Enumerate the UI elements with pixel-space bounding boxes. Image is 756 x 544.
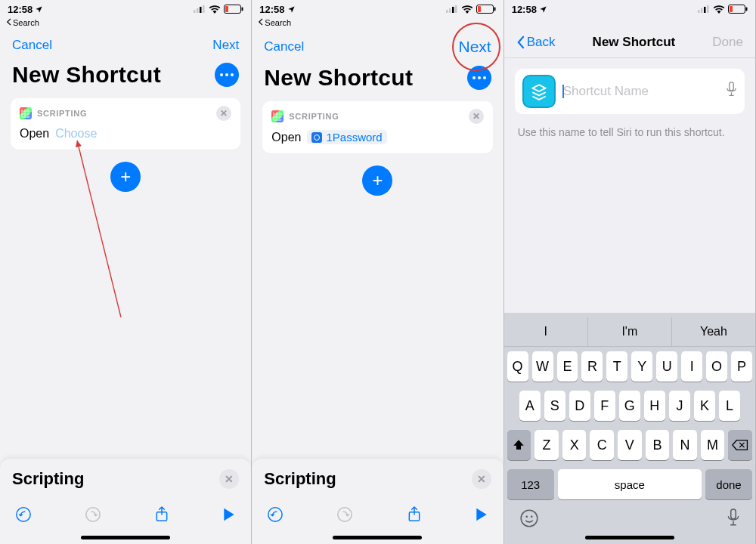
next-button[interactable]: Next bbox=[212, 38, 239, 53]
key-h[interactable]: H bbox=[644, 391, 665, 421]
status-bar: 12:58 bbox=[252, 0, 503, 18]
key-u[interactable]: U bbox=[656, 351, 677, 382]
key-n[interactable]: N bbox=[673, 430, 697, 460]
key-a[interactable]: A bbox=[519, 391, 541, 421]
key-row-4: 123 space done bbox=[504, 465, 755, 504]
key-k[interactable]: K bbox=[694, 391, 715, 421]
key-row-2: A S D F G H J K L bbox=[504, 386, 755, 425]
svg-rect-26 bbox=[730, 6, 733, 12]
svg-rect-17 bbox=[494, 8, 495, 11]
key-j[interactable]: J bbox=[669, 391, 690, 421]
svg-rect-11 bbox=[446, 10, 448, 13]
space-key[interactable]: space bbox=[558, 469, 702, 499]
location-icon bbox=[287, 5, 296, 14]
redo-button bbox=[336, 506, 353, 526]
home-indicator[interactable] bbox=[333, 536, 422, 539]
add-action-button[interactable]: + bbox=[362, 165, 392, 196]
status-time: 12:58 bbox=[259, 4, 284, 15]
suggestion-3[interactable]: Yeah bbox=[672, 317, 755, 346]
scripting-icon bbox=[271, 110, 284, 122]
chosen-app-token[interactable]: 1Password bbox=[307, 130, 386, 144]
shortcut-icon[interactable] bbox=[522, 75, 556, 108]
more-button[interactable] bbox=[467, 66, 491, 90]
home-indicator[interactable] bbox=[585, 536, 674, 539]
key-e[interactable]: E bbox=[557, 351, 578, 382]
location-icon bbox=[35, 5, 43, 14]
key-g[interactable]: G bbox=[619, 391, 640, 421]
panel-close-button[interactable]: ✕ bbox=[472, 469, 491, 489]
key-y[interactable]: Y bbox=[631, 351, 652, 382]
key-v[interactable]: V bbox=[618, 430, 642, 460]
key-f[interactable]: F bbox=[594, 391, 615, 421]
back-to-search[interactable]: Search bbox=[252, 18, 503, 30]
cell-signal-icon bbox=[446, 5, 458, 13]
undo-button[interactable] bbox=[267, 506, 284, 526]
cell-signal-icon bbox=[698, 5, 710, 13]
key-o[interactable]: O bbox=[706, 351, 727, 382]
action-open-label: Open bbox=[20, 127, 49, 141]
share-button[interactable] bbox=[154, 505, 169, 527]
run-button[interactable] bbox=[475, 507, 488, 525]
cancel-button[interactable]: Cancel bbox=[264, 39, 304, 54]
suggestion-1[interactable]: I bbox=[504, 317, 588, 346]
svg-rect-0 bbox=[194, 10, 196, 13]
svg-point-31 bbox=[531, 516, 533, 518]
key-p[interactable]: P bbox=[731, 351, 752, 382]
key-r[interactable]: R bbox=[581, 351, 603, 382]
numbers-key[interactable]: 123 bbox=[507, 469, 554, 499]
remove-action-button[interactable]: ✕ bbox=[216, 106, 231, 121]
back-button[interactable]: Back bbox=[516, 35, 556, 50]
key-l[interactable]: L bbox=[719, 391, 740, 421]
choose-app-button[interactable]: Choose bbox=[55, 127, 97, 141]
key-d[interactable]: D bbox=[569, 391, 590, 421]
remove-action-button[interactable]: ✕ bbox=[469, 109, 484, 124]
key-q[interactable]: Q bbox=[507, 351, 528, 382]
undo-button[interactable] bbox=[15, 506, 32, 526]
screen-2: 12:58 Search Cancel Next New Shortcut SC… bbox=[252, 0, 503, 544]
key-c[interactable]: C bbox=[590, 430, 614, 460]
key-w[interactable]: W bbox=[532, 351, 553, 382]
back-to-search[interactable]: Search bbox=[0, 18, 251, 30]
page-title: New Shortcut bbox=[12, 62, 161, 88]
home-indicator[interactable] bbox=[81, 536, 170, 539]
dictation-button[interactable] bbox=[726, 82, 737, 101]
action-category: SCRIPTING bbox=[37, 109, 87, 118]
key-x[interactable]: X bbox=[562, 430, 587, 460]
share-button[interactable] bbox=[407, 505, 422, 527]
wifi-icon bbox=[713, 5, 725, 14]
suggestion-2[interactable]: I'm bbox=[588, 317, 672, 346]
panel-close-button[interactable]: ✕ bbox=[219, 469, 239, 489]
actions-panel[interactable]: Scripting ✕ bbox=[0, 458, 251, 544]
key-s[interactable]: S bbox=[544, 391, 565, 421]
svg-point-18 bbox=[268, 508, 282, 521]
key-t[interactable]: T bbox=[606, 351, 627, 382]
key-b[interactable]: B bbox=[646, 430, 670, 460]
run-button[interactable] bbox=[222, 507, 236, 525]
app-name: 1Password bbox=[326, 131, 382, 144]
next-button[interactable]: Next bbox=[458, 38, 491, 56]
svg-point-29 bbox=[521, 510, 538, 527]
status-bar: 12:58 bbox=[504, 0, 755, 18]
location-icon bbox=[539, 5, 547, 14]
name-field[interactable]: Shortcut Name bbox=[515, 69, 745, 114]
cancel-button[interactable]: Cancel bbox=[12, 38, 52, 53]
shift-key[interactable] bbox=[507, 430, 531, 460]
svg-rect-24 bbox=[707, 5, 709, 13]
key-i[interactable]: I bbox=[681, 351, 702, 382]
add-action-button[interactable]: + bbox=[110, 162, 141, 192]
redo-button bbox=[85, 506, 101, 526]
back-caret-icon bbox=[258, 18, 263, 27]
key-z[interactable]: Z bbox=[534, 430, 559, 460]
done-button[interactable]: Done bbox=[712, 35, 743, 50]
keyboard-done-key[interactable]: done bbox=[705, 469, 752, 499]
nav-bar: Cancel Next bbox=[252, 30, 503, 60]
dictation-key[interactable] bbox=[727, 508, 740, 531]
keyboard: I I'm Yeah Q W E R T Y U I O P A S D F G… bbox=[504, 313, 755, 544]
key-m[interactable]: M bbox=[701, 430, 725, 460]
shortcut-name-input[interactable]: Shortcut Name bbox=[563, 84, 718, 99]
actions-panel[interactable]: Scripting ✕ bbox=[252, 458, 503, 544]
emoji-key[interactable] bbox=[519, 508, 539, 531]
more-button[interactable] bbox=[215, 63, 239, 87]
svg-rect-3 bbox=[203, 5, 205, 13]
backspace-key[interactable] bbox=[728, 430, 752, 460]
